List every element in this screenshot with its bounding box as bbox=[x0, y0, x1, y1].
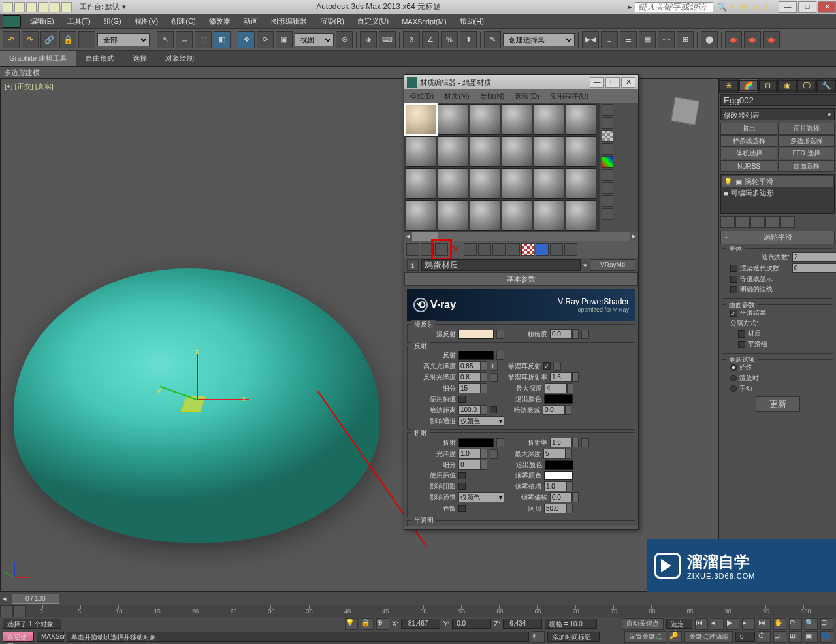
material-slot-12[interactable] bbox=[566, 136, 596, 167]
current-frame-field[interactable]: 0 bbox=[735, 632, 755, 642]
qat-new-icon[interactable] bbox=[3, 2, 13, 12]
me-menu-utilities[interactable]: 实用程序(U) bbox=[545, 91, 594, 101]
qat-undo-icon[interactable] bbox=[38, 2, 48, 12]
refr-exit-swatch[interactable] bbox=[545, 460, 573, 470]
go-parent-button[interactable] bbox=[550, 243, 563, 256]
rollout-turbosmooth-header[interactable]: 涡轮平滑 bbox=[720, 231, 835, 244]
next-frame-button[interactable]: ▸ bbox=[742, 618, 755, 630]
material-id-button[interactable] bbox=[507, 243, 520, 256]
goto-start-button[interactable]: ⏮ bbox=[695, 618, 708, 630]
refl-gloss-spinner[interactable] bbox=[458, 372, 487, 382]
trackbar-curves-icon[interactable] bbox=[13, 605, 26, 617]
play-button[interactable]: ▶ bbox=[726, 618, 739, 630]
tab-create[interactable]: ✳ bbox=[719, 78, 739, 93]
goto-end-button[interactable]: ⏭ bbox=[758, 618, 771, 630]
refr-gloss-map-button[interactable] bbox=[490, 449, 498, 459]
help-icon[interactable]: ? bbox=[764, 3, 773, 12]
max-viewport-button[interactable]: ▣ bbox=[805, 631, 818, 643]
reflect-color-swatch[interactable] bbox=[458, 351, 494, 360]
object-name-input[interactable] bbox=[720, 94, 836, 106]
viewport-label[interactable]: [+] [正交] [真实] bbox=[5, 82, 54, 91]
expand-icon[interactable]: ▣ bbox=[735, 178, 742, 186]
stack-turbosmooth[interactable]: 💡 ▣ 涡轮平滑 bbox=[722, 176, 833, 187]
rotate-button[interactable]: ⟳ bbox=[257, 31, 274, 48]
time-config-button[interactable]: ⏱ bbox=[758, 631, 771, 643]
me-maximize-button[interactable]: □ bbox=[605, 77, 620, 88]
lock-selection-button[interactable]: 💡 bbox=[345, 618, 358, 630]
material-slot-22[interactable] bbox=[502, 200, 532, 231]
me-menu-navigation[interactable]: 导航(N) bbox=[475, 91, 509, 101]
material-slot-24[interactable] bbox=[566, 200, 596, 231]
layers-button[interactable]: ☰ bbox=[620, 31, 637, 48]
link-button[interactable]: 🔗 bbox=[40, 31, 57, 48]
move-button[interactable]: ✥ bbox=[238, 31, 255, 48]
material-slot-5[interactable] bbox=[534, 104, 564, 135]
dim-falloff-spinner[interactable] bbox=[543, 405, 571, 415]
percent-snap-button[interactable]: % bbox=[441, 31, 458, 48]
fog-mult-spinner[interactable] bbox=[544, 481, 573, 491]
me-menu-options[interactable]: 选项(O) bbox=[509, 91, 545, 101]
snap-button[interactable]: 3 bbox=[403, 31, 420, 48]
render-iters-check[interactable] bbox=[730, 265, 737, 272]
mod-volumesel-button[interactable]: 体积选择 bbox=[720, 148, 777, 159]
search-arrow-icon[interactable]: ▸ bbox=[628, 3, 632, 11]
select-rect-button[interactable]: ⬚ bbox=[195, 31, 212, 48]
gizmo-x-axis[interactable] bbox=[197, 399, 249, 400]
make-unique-button[interactable] bbox=[478, 243, 491, 256]
move-gizmo[interactable]: x y z bbox=[157, 360, 236, 438]
explicit-check[interactable] bbox=[730, 286, 737, 293]
key-mode-button[interactable]: 🔑 bbox=[669, 631, 682, 643]
menu-animation[interactable]: 动画 bbox=[237, 16, 265, 26]
add-timetag-label[interactable]: 添加时间标记 bbox=[547, 632, 600, 642]
reset-map-button[interactable]: ✕ bbox=[449, 243, 462, 256]
hilight-gloss-spinner[interactable] bbox=[458, 361, 487, 371]
dispersion-check[interactable] bbox=[458, 505, 466, 512]
fresnel-lock-button[interactable]: L bbox=[553, 362, 561, 371]
material-name-input[interactable] bbox=[421, 259, 581, 271]
refr-gloss-spinner[interactable] bbox=[458, 449, 487, 459]
smooth-result-check[interactable] bbox=[730, 310, 737, 317]
ribbon-tab-paint[interactable]: 对象绘制 bbox=[156, 51, 203, 66]
material-slot-6[interactable] bbox=[566, 104, 596, 135]
menu-modifiers[interactable]: 修改器 bbox=[202, 16, 237, 26]
material-slot-15[interactable] bbox=[470, 168, 500, 199]
close-button[interactable]: ✕ bbox=[818, 1, 836, 13]
trackbar-toggle-icon[interactable] bbox=[0, 605, 13, 617]
minimize-button[interactable]: — bbox=[779, 1, 797, 13]
update-render-radio[interactable] bbox=[730, 375, 737, 381]
sample-uv-button[interactable] bbox=[602, 143, 613, 155]
ribbon-tab-graphite[interactable]: Graphite 建模工具 bbox=[0, 51, 76, 66]
curve-editor-button[interactable]: 〰 bbox=[658, 31, 675, 48]
material-slot-17[interactable] bbox=[534, 168, 564, 199]
material-slot-scrollbar[interactable]: ◂ ▸ bbox=[404, 232, 638, 241]
selection-filter-select[interactable]: 全部 bbox=[97, 33, 150, 46]
remove-mod-button[interactable] bbox=[765, 216, 780, 228]
material-slot-14[interactable] bbox=[438, 168, 468, 199]
affect-shadow-check[interactable] bbox=[458, 483, 466, 490]
qat-open-icon[interactable] bbox=[14, 2, 25, 12]
by-smg-check[interactable] bbox=[738, 341, 745, 348]
refr-affect-dropdown[interactable]: 仅颜色▾ bbox=[458, 492, 504, 502]
x-value-field[interactable]: -81.467 bbox=[401, 619, 440, 629]
tab-motion[interactable]: ◉ bbox=[777, 78, 797, 93]
refl-affect-dropdown[interactable]: 仅颜色▾ bbox=[458, 416, 504, 426]
material-slot-23[interactable] bbox=[534, 200, 564, 231]
refr-subdiv-spinner[interactable] bbox=[458, 460, 487, 470]
modifier-list-dropdown[interactable]: 修改器列表▾ bbox=[720, 108, 835, 120]
render-iters-spinner[interactable] bbox=[792, 263, 825, 273]
roughness-spinner[interactable] bbox=[550, 329, 579, 339]
pick-material-button[interactable]: ℹ bbox=[407, 259, 419, 271]
refr-interp-check[interactable] bbox=[458, 472, 466, 479]
me-menu-modes[interactable]: 模式(D) bbox=[404, 91, 439, 101]
workspace-label[interactable]: 工作台: 默认 bbox=[80, 2, 120, 12]
ior-map-button[interactable] bbox=[581, 438, 589, 447]
qat-link-icon[interactable] bbox=[61, 2, 72, 12]
exchange-icon[interactable]: ✖ bbox=[741, 3, 750, 12]
background-button[interactable] bbox=[602, 130, 613, 142]
reflect-map-button[interactable] bbox=[496, 351, 504, 360]
material-slot-1[interactable] bbox=[406, 104, 436, 135]
material-slot-13[interactable] bbox=[406, 168, 436, 199]
material-slot-2[interactable] bbox=[438, 104, 468, 135]
menu-help[interactable]: 帮助(H) bbox=[453, 16, 490, 26]
key-sel-dropdown[interactable]: 选定对 bbox=[666, 619, 692, 629]
